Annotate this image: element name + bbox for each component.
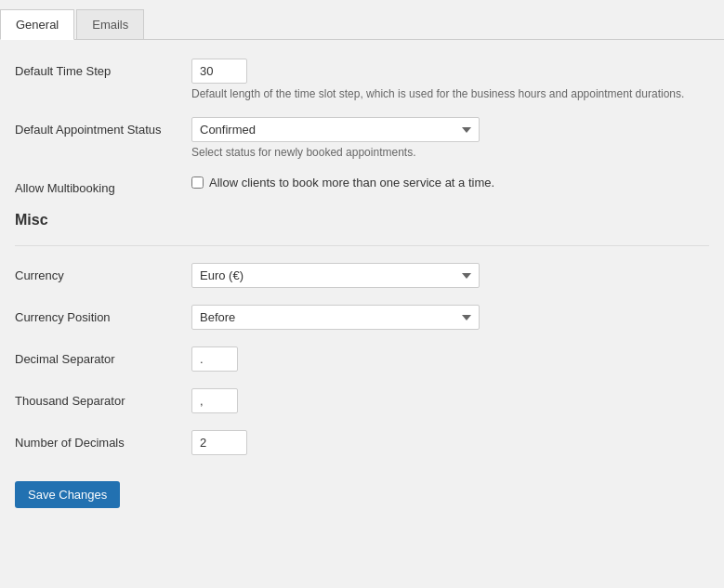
tabs-bar: General Emails (0, 0, 724, 40)
multibooking-checkbox[interactable] (191, 176, 204, 189)
default-time-step-input[interactable] (191, 59, 247, 84)
num-decimals-wrap (191, 430, 709, 455)
appointment-status-help: Select status for newly booked appointme… (191, 146, 709, 159)
save-button-wrap: Save Changes (15, 472, 709, 508)
default-time-step-label: Default Time Step (15, 59, 191, 78)
appointment-status-select[interactable]: Confirmed Pending Cancelled (191, 117, 480, 142)
num-decimals-label: Number of Decimals (15, 430, 191, 450)
default-time-step-row: Default Time Step Default length of the … (15, 59, 709, 100)
currency-position-select[interactable]: Before After (191, 305, 480, 330)
appointment-status-wrap: Confirmed Pending Cancelled Select statu… (191, 117, 709, 159)
decimal-separator-wrap (191, 346, 709, 372)
currency-position-label: Currency Position (15, 305, 191, 324)
decimal-separator-row: Decimal Separator (15, 346, 709, 372)
currency-select[interactable]: Euro (€) US Dollar ($) British Pound (£)… (191, 263, 480, 288)
currency-wrap: Euro (€) US Dollar ($) British Pound (£)… (191, 263, 709, 288)
appointment-status-row: Default Appointment Status Confirmed Pen… (15, 117, 709, 159)
currency-position-wrap: Before After (191, 305, 709, 330)
tab-emails[interactable]: Emails (76, 9, 144, 39)
decimal-separator-input[interactable] (191, 346, 238, 372)
misc-heading: Misc (15, 212, 709, 229)
decimal-separator-label: Decimal Separator (15, 346, 191, 366)
thousand-separator-wrap (191, 388, 709, 413)
thousand-separator-input[interactable] (191, 388, 238, 413)
currency-position-row: Currency Position Before After (15, 305, 709, 330)
page-wrapper: General Emails Default Time Step Default… (0, 0, 724, 527)
misc-divider (15, 245, 709, 246)
multibooking-checkbox-label: Allow clients to book more than one serv… (209, 176, 494, 189)
multibooking-checkbox-row: Allow clients to book more than one serv… (191, 176, 709, 189)
thousand-separator-label: Thousand Separator (15, 388, 191, 408)
default-time-step-help: Default length of the time slot step, wh… (191, 87, 709, 100)
num-decimals-row: Number of Decimals (15, 430, 709, 455)
currency-row: Currency Euro (€) US Dollar ($) British … (15, 263, 709, 288)
multibooking-label: Allow Multibooking (15, 176, 191, 195)
num-decimals-input[interactable] (191, 430, 247, 455)
multibooking-row: Allow Multibooking Allow clients to book… (15, 176, 709, 195)
currency-label: Currency (15, 263, 191, 282)
multibooking-wrap: Allow clients to book more than one serv… (191, 176, 709, 189)
save-button[interactable]: Save Changes (15, 481, 120, 508)
thousand-separator-row: Thousand Separator (15, 388, 709, 413)
default-time-step-wrap: Default length of the time slot step, wh… (191, 59, 709, 100)
settings-content: Default Time Step Default length of the … (0, 40, 724, 527)
appointment-status-label: Default Appointment Status (15, 117, 191, 137)
tab-general[interactable]: General (0, 9, 74, 40)
